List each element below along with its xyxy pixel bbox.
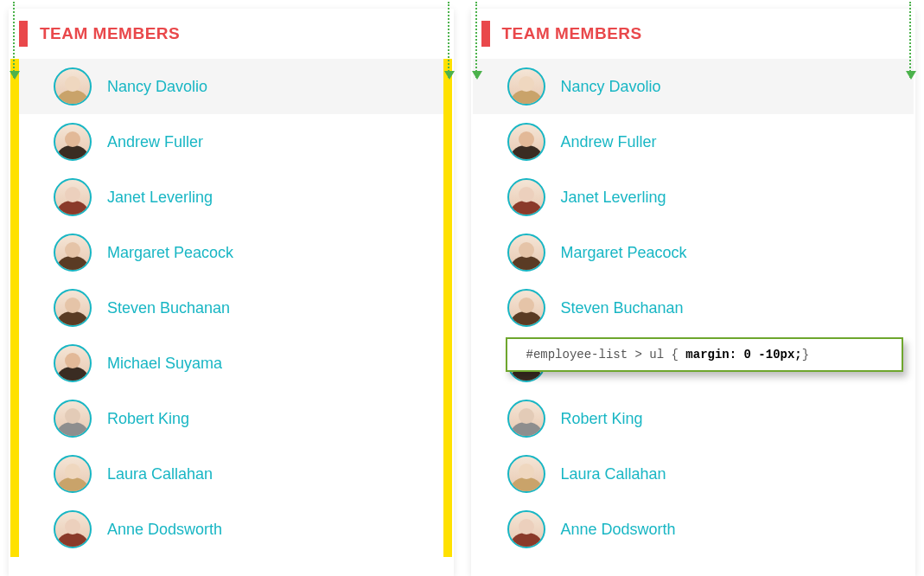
list-item[interactable]: Nancy Davolio [473,59,914,114]
guide-arrow-left [475,2,477,78]
list-item[interactable]: Margaret Peacock [473,225,914,280]
section-header: TEAM MEMBERS [481,21,906,47]
member-name: Robert King [561,410,643,428]
section-header: TEAM MEMBERS [19,21,443,47]
panel-surface: TEAM MEMBERS Nancy DavolioAndrew FullerJ… [471,9,916,576]
member-name: Margaret Peacock [107,244,233,262]
list-item[interactable]: Laura Callahan [473,446,914,502]
member-name: Laura Callahan [561,465,666,483]
accent-bar-icon [481,21,490,47]
list-item[interactable]: Anne Dodsworth [473,502,914,557]
member-name: Nancy Davolio [561,78,661,96]
list-item[interactable]: Robert King [19,391,443,446]
avatar [54,510,92,548]
avatar [54,123,92,161]
member-name: Andrew Fuller [561,133,657,151]
avatar [54,178,92,216]
list-item[interactable]: Steven Buchanan [19,280,443,336]
member-name: Anne Dodsworth [561,521,676,539]
list-item[interactable]: Robert King [473,391,914,446]
avatar [507,123,545,161]
member-name: Steven Buchanan [561,299,684,317]
member-name: Margaret Peacock [561,244,687,262]
list-item[interactable]: Nancy Davolio [19,59,443,114]
code-text-suffix: } [802,348,809,362]
employee-list: Nancy DavolioAndrew FullerJanet Leverlin… [473,59,914,557]
member-name: Anne Dodsworth [107,521,222,539]
avatar [507,67,545,106]
avatar [507,455,545,493]
employee-list: Nancy DavolioAndrew FullerJanet Leverlin… [19,59,443,557]
guide-arrow-right [448,2,449,78]
member-name: Michael Suyama [107,355,222,373]
code-text-bold: margin: 0 -10px; [685,348,801,362]
list-item[interactable]: Janet Leverling [19,170,443,225]
avatar [54,400,92,438]
list-item[interactable]: Andrew Fuller [19,114,443,170]
list-item[interactable]: Andrew Fuller [473,114,914,170]
avatar [507,510,545,548]
employee-list-wrap: Nancy DavolioAndrew FullerJanet Leverlin… [473,59,914,557]
list-item[interactable]: Janet Leverling [473,170,914,225]
avatar [507,234,545,272]
panel-after: TEAM MEMBERS Nancy DavolioAndrew FullerJ… [462,0,925,576]
avatar [54,344,92,382]
member-name: Steven Buchanan [107,299,230,317]
member-name: Janet Leverling [561,189,666,207]
list-item[interactable]: Steven Buchanan [473,280,914,336]
employee-list-wrap: Nancy DavolioAndrew FullerJanet Leverlin… [10,59,452,557]
section-title: TEAM MEMBERS [40,24,180,43]
list-item[interactable]: Anne Dodsworth [19,502,443,557]
avatar [507,178,545,216]
list-item[interactable]: Laura Callahan [19,446,443,502]
avatar [54,289,92,327]
accent-bar-icon [19,21,28,47]
avatar [507,289,545,327]
avatar [54,67,92,106]
avatar [507,400,545,438]
code-text-prefix: #employee-list > ul { [526,348,686,362]
avatar [54,234,92,272]
guide-arrow-left [13,2,15,78]
member-name: Laura Callahan [107,465,213,483]
member-name: Nancy Davolio [107,78,207,96]
section-title: TEAM MEMBERS [502,24,642,43]
panel-before: TEAM MEMBERS Nancy DavolioAndrew FullerJ… [0,0,462,576]
panel-surface: TEAM MEMBERS Nancy DavolioAndrew FullerJ… [9,9,454,576]
member-name: Robert King [107,410,189,428]
member-name: Andrew Fuller [107,133,203,151]
member-name: Janet Leverling [107,189,213,207]
guide-arrow-right [909,2,911,78]
code-callout: #employee-list > ul { margin: 0 -10px;} [506,337,903,372]
list-item[interactable]: Margaret Peacock [19,225,443,280]
avatar [54,455,92,493]
list-item[interactable]: Michael Suyama [19,336,443,391]
